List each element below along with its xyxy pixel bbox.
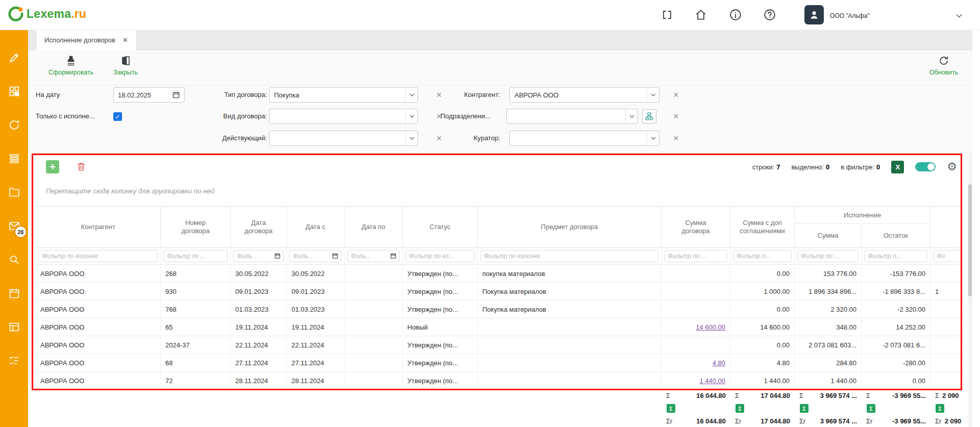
contract-type-select[interactable]: Покупка — [269, 87, 418, 103]
chevron-down-icon — [405, 131, 418, 145]
contract-kind-label: Вид договора: — [197, 109, 267, 124]
col-header-date-to[interactable]: Дата по — [345, 207, 403, 247]
sigma-badge-icon[interactable]: Σ — [867, 404, 875, 413]
col-header-contract-date[interactable]: Дата договора — [231, 207, 287, 247]
sigma-badge-icon[interactable]: Σ — [667, 404, 675, 413]
tasks-icon[interactable] — [8, 355, 20, 367]
tab-strip: Исполнение договоров ✕ — [28, 30, 972, 50]
grid-mode-toggle[interactable] — [915, 162, 936, 171]
table-row[interactable]: АВРОРА ООО 930 09.01.2023 09.01.2023 Утв… — [36, 283, 963, 300]
division-tree-button[interactable] — [642, 109, 656, 123]
filtered-counter: в фильтре:0 — [841, 163, 880, 171]
chevron-down-icon[interactable] — [951, 8, 967, 23]
toolbar: Сформировать Закрыть Обновить — [28, 50, 972, 86]
execution-group-label: Исполнение — [795, 207, 930, 224]
clear-counterparty-icon[interactable]: ✕ — [670, 87, 681, 103]
only-execution-label: Только с исполне... — [36, 109, 95, 124]
gear-icon[interactable]: ⚙ — [947, 161, 957, 172]
excel-export-icon[interactable]: X — [891, 161, 904, 173]
filter-number-input[interactable] — [163, 250, 228, 262]
sigma-badge-icon[interactable]: Σ — [936, 404, 944, 413]
filter-extra-sum-input[interactable] — [733, 250, 792, 262]
filter-subject-input[interactable] — [480, 250, 658, 262]
close-button[interactable]: Закрыть — [107, 55, 144, 76]
info-icon[interactable] — [728, 7, 743, 22]
only-execution-checkbox[interactable]: ✓ — [113, 112, 122, 121]
contract-kind-select[interactable] — [269, 109, 418, 124]
filter-rest-input[interactable] — [864, 250, 927, 262]
contracts-table: Контрагент Номер договора Дата договора … — [36, 206, 963, 427]
col-header-extra-sum[interactable]: Сумма с доп соглашениями — [730, 207, 795, 247]
home-icon[interactable] — [693, 7, 708, 22]
col-header-number[interactable]: Номер договора — [161, 207, 231, 247]
table-row[interactable]: АВРОРА ООО 68 27.11.2024 27.11.2024 Утве… — [36, 354, 963, 372]
clear-division-icon[interactable]: ✕ — [670, 109, 681, 124]
sigma-badge-icon[interactable]: Σ — [800, 404, 808, 413]
amount-link[interactable]: 4.80 — [713, 359, 725, 367]
delete-row-button[interactable] — [75, 160, 88, 173]
panels-icon[interactable] — [659, 7, 675, 22]
documents-icon[interactable] — [8, 153, 20, 165]
clear-active-icon[interactable]: ✕ — [433, 131, 445, 146]
col-header-exec-sum[interactable]: Сумма — [795, 224, 862, 247]
stamp-icon — [65, 55, 77, 67]
clear-contract-type-icon[interactable]: ✕ — [433, 87, 445, 103]
tab-contract-execution[interactable]: Исполнение договоров ✕ — [36, 30, 137, 50]
scrollbar-thumb[interactable] — [968, 184, 972, 296]
col-header-counterparty[interactable]: Контрагент — [36, 207, 161, 247]
filter-contract-date-input[interactable] — [233, 250, 284, 262]
clear-curator-icon[interactable]: ✕ — [670, 131, 681, 146]
sync-icon[interactable] — [8, 119, 20, 131]
table-row[interactable]: АВРОРА ООО 2024-37 22.11.2024 22.11.2024… — [36, 336, 963, 354]
curator-select[interactable] — [509, 131, 659, 146]
sum-exec: Σ3 969 574 ... — [795, 392, 862, 399]
col-header-status[interactable]: Статус — [403, 207, 478, 247]
refresh-label: Обновить — [929, 69, 959, 76]
sigma-badge-icon[interactable]: Σ — [736, 404, 744, 413]
chevron-down-icon — [647, 131, 659, 145]
add-row-button[interactable]: + — [46, 160, 59, 173]
sigma-icon: Σ — [935, 392, 939, 399]
filter-cut-input[interactable] — [933, 250, 963, 262]
mail-icon[interactable]: 28 — [8, 220, 20, 232]
calendar-icon[interactable] — [8, 287, 20, 299]
col-header-date-from[interactable]: Дата с — [287, 207, 345, 247]
col-header-rest[interactable]: Остаток — [862, 224, 930, 247]
filter-contract-sum-input[interactable] — [664, 250, 727, 262]
filter-status-input[interactable] — [405, 250, 475, 262]
col-header-cut[interactable] — [930, 207, 963, 247]
folder-icon[interactable] — [8, 186, 20, 198]
table-row[interactable]: АВРОРА ООО 768 01.03.2023 01.03.2023 Утв… — [36, 300, 963, 318]
col-header-contract-sum[interactable]: Сумма договора — [662, 207, 730, 247]
group-by-hint[interactable]: Перетащите сюда колонку для группировки … — [46, 187, 957, 203]
amount-link[interactable]: 1 440.00 — [699, 377, 725, 385]
sum-rest: Σ-3 969 55... — [862, 392, 930, 399]
sum-row: Σ16 044.80 Σ17 044.80 Σ3 969 574 ... Σ-3… — [36, 390, 963, 401]
modules-icon[interactable] — [8, 85, 20, 97]
active-select[interactable] — [269, 131, 418, 146]
table-row[interactable]: АВРОРА ООО 72 28.11.2024 28.11.2024 Утве… — [36, 372, 963, 390]
filter-date-to-input[interactable] — [347, 250, 400, 262]
division-select[interactable] — [506, 109, 638, 124]
user-avatar[interactable] — [804, 5, 824, 24]
amount-link[interactable]: 14 600.00 — [696, 323, 725, 331]
table-row[interactable]: АВРОРА ООО 65 19.11.2024 19.11.2024 Новы… — [36, 318, 963, 336]
curator-label: Куратор: — [449, 131, 500, 146]
group-sum-row: Σг16 044.80 Σг17 044.80 Σг3 969 574 ... … — [36, 415, 963, 427]
table-row[interactable]: АВРОРА ООО 268 30.05.2022 30.05.2022 Утв… — [36, 265, 963, 283]
col-header-subject[interactable]: Предмет договора — [478, 207, 662, 247]
edit-icon[interactable] — [8, 52, 20, 64]
help-icon[interactable] — [762, 7, 777, 22]
tab-close-icon[interactable]: ✕ — [122, 36, 128, 44]
refresh-button[interactable]: Обновить — [923, 55, 964, 76]
on-date-input[interactable]: 18.02.2025 — [113, 87, 185, 103]
generate-button[interactable]: Сформировать — [42, 55, 100, 76]
calendar-icon[interactable] — [172, 91, 180, 99]
logo[interactable]: Lexema .ru — [8, 6, 86, 21]
filter-exec-sum-input[interactable] — [797, 250, 859, 262]
filter-date-from-input[interactable] — [289, 250, 341, 262]
search-icon[interactable] — [8, 254, 20, 266]
filter-counterparty-input[interactable] — [38, 250, 158, 262]
counterparty-select[interactable]: АВРОРА ООО — [509, 87, 659, 103]
table-icon[interactable] — [8, 321, 20, 333]
